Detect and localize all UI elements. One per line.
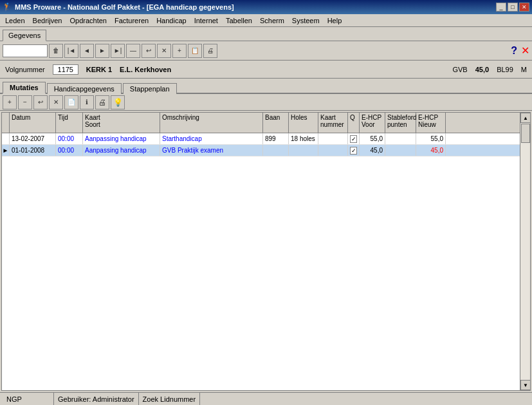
cell-kaartsoort: Aanpassing handicap xyxy=(83,133,160,144)
col-header-q: Q xyxy=(348,113,360,133)
q-checkbox[interactable]: ✓ xyxy=(350,135,357,143)
col-header-baan: Baan xyxy=(263,113,289,133)
inner-copy-button[interactable]: 📄 xyxy=(64,95,78,109)
cell-ehcp-nieuw: 45,0 xyxy=(416,145,446,156)
gegevens-tab-bar: Gegevens xyxy=(0,27,532,41)
close-x-button[interactable]: ✕ xyxy=(521,44,529,57)
cell-baan xyxy=(263,145,289,156)
table-row[interactable]: 13-02-2007 00:00 Aanpassing handicap Sta… xyxy=(2,133,520,145)
clear-button[interactable]: 🗑 xyxy=(49,44,63,58)
col-header-tijd: Tijd xyxy=(56,113,83,133)
menu-leden[interactable]: Leden xyxy=(1,16,29,25)
cell-ehcp-voor: 45,0 xyxy=(360,145,385,156)
title-bar-text: MMS Proware - Nationaal Golf Pakket - [E… xyxy=(15,3,234,11)
last-record-button[interactable]: ►| xyxy=(111,44,125,58)
volgnummer-label: Volgnummer xyxy=(5,66,45,73)
menu-bedrijven[interactable]: Bedrijven xyxy=(29,16,66,25)
cell-ehcp-voor: 55,0 xyxy=(360,133,385,144)
minimize-button[interactable]: _ xyxy=(496,3,506,12)
inner-info-button[interactable]: ℹ xyxy=(80,95,94,109)
cell-stableford xyxy=(385,133,416,144)
undo-button[interactable]: ↩ xyxy=(142,44,156,58)
cell-q: ✓ xyxy=(348,145,360,156)
tab-stappenplan[interactable]: Stappenplan xyxy=(123,83,177,94)
col-header-datum: Datum xyxy=(10,113,56,133)
main-toolbar: 🗑 |◄ ◄ ► ►| — ↩ ✕ + 📋 🖨 ? ✕ xyxy=(0,41,532,61)
col-header-omschrijving: Omschrijving xyxy=(160,113,263,133)
table-row[interactable]: ► 01-01-2008 00:00 Aanpassing handicap G… xyxy=(2,145,520,156)
gvb-label: GVB xyxy=(452,66,467,73)
q-checkbox[interactable]: ✓ xyxy=(350,147,357,155)
table-body: 13-02-2007 00:00 Aanpassing handicap Sta… xyxy=(2,133,520,390)
cell-holes xyxy=(289,145,318,156)
close-button[interactable]: ✕ xyxy=(519,3,529,12)
naam1-text: KERK 1 xyxy=(86,66,112,73)
menu-opdrachten[interactable]: Opdrachten xyxy=(66,16,110,25)
naam2-text: E.L. Kerkhoven xyxy=(120,66,171,73)
scroll-track[interactable] xyxy=(520,123,530,380)
first-record-button[interactable]: |◄ xyxy=(64,44,78,58)
inner-toolbar: + − ↩ ✕ 📄 ℹ 🖨 💡 xyxy=(0,94,532,111)
tab-mutaties[interactable]: Mutaties xyxy=(3,82,46,94)
status-user: Gebruiker: Administrator xyxy=(54,393,139,405)
col-header-kaartsoort: Kaart Soort xyxy=(83,113,160,133)
print-button[interactable]: 🖨 xyxy=(203,44,217,58)
data-table: Datum Tijd Kaart Soort Omschrijving Baan xyxy=(1,112,531,391)
menu-help[interactable]: Help xyxy=(324,16,346,25)
status-ngp: NGP xyxy=(3,393,54,405)
add-row-button[interactable]: + xyxy=(3,95,17,109)
tab-handicapgegevens[interactable]: Handicapgegevens xyxy=(47,83,122,94)
row-indicator: ► xyxy=(2,145,10,156)
app-logo-icon: 🏌 xyxy=(3,3,12,12)
gegevens-tab[interactable]: Gegevens xyxy=(3,30,46,41)
menu-scherm[interactable]: Scherm xyxy=(256,16,288,25)
volgnummer-value: 1175 xyxy=(53,64,78,75)
col-header-stableford: Stableford punten xyxy=(385,113,416,133)
status-bar: NGP Gebruiker: Administrator Zoek Lidnum… xyxy=(0,392,532,405)
menu-internet[interactable]: Internet xyxy=(190,16,222,25)
scroll-thumb[interactable] xyxy=(521,124,530,143)
cell-holes: 18 holes xyxy=(289,133,318,144)
menu-handicap[interactable]: Handicap xyxy=(152,16,190,25)
cell-ehcp-nieuw: 55,0 xyxy=(416,133,446,144)
inner-undo-button[interactable]: ↩ xyxy=(33,95,48,109)
copy-button[interactable]: 📋 xyxy=(188,44,202,58)
cell-kaartnummer xyxy=(318,145,348,156)
search-input[interactable] xyxy=(3,44,48,57)
cell-tijd: 00:00 xyxy=(56,145,83,156)
content-area: + − ↩ ✕ 📄 ℹ 🖨 💡 Datum Tijd xyxy=(0,94,532,392)
cell-omschrijving: GVB Praktijk examen xyxy=(160,145,263,156)
inner-print-button[interactable]: 🖨 xyxy=(95,95,109,109)
main-tab-bar: Mutaties Handicapgegevens Stappenplan xyxy=(0,79,532,94)
scroll-up-button[interactable]: ▲ xyxy=(520,113,530,123)
inner-cancel-button[interactable]: ✕ xyxy=(49,95,63,109)
new-button[interactable]: + xyxy=(172,44,187,58)
menu-factureren[interactable]: Factureren xyxy=(111,16,152,25)
delete-button[interactable]: — xyxy=(126,44,140,58)
scroll-down-button[interactable]: ▼ xyxy=(520,380,530,390)
info-row: Volgnummer 1175 KERK 1 E.L. Kerkhoven GV… xyxy=(0,61,532,79)
remove-row-button[interactable]: − xyxy=(18,95,32,109)
cancel-button[interactable]: ✕ xyxy=(157,44,171,58)
cell-kaartsoort: Aanpassing handicap xyxy=(83,145,160,156)
col-header-ehcp-nieuw: E-HCP Nieuw xyxy=(416,113,446,133)
cell-omschrijving: Starthandicap xyxy=(160,133,263,144)
cell-q: ✓ xyxy=(348,133,360,144)
cell-kaartnummer xyxy=(318,133,348,144)
col-header-kaartnummer: Kaart nummer xyxy=(318,113,348,133)
restore-button[interactable]: □ xyxy=(508,3,518,12)
help-button[interactable]: ? xyxy=(511,45,517,57)
col-header-holes: Holes xyxy=(289,113,318,133)
cell-datum: 13-02-2007 xyxy=(10,133,56,144)
vertical-scrollbar[interactable]: ▲ ▼ xyxy=(520,113,530,390)
row-indicator xyxy=(2,133,10,144)
menu-tabellen[interactable]: Tabellen xyxy=(222,16,256,25)
next-record-button[interactable]: ► xyxy=(95,44,109,58)
prev-record-button[interactable]: ◄ xyxy=(80,44,94,58)
table-header: Datum Tijd Kaart Soort Omschrijving Baan xyxy=(2,113,520,133)
inner-bulb-button[interactable]: 💡 xyxy=(111,95,125,109)
cell-datum: 01-01-2008 xyxy=(10,145,56,156)
cell-baan: 899 xyxy=(263,133,289,144)
cell-stableford xyxy=(385,145,416,156)
menu-systeem[interactable]: Systeem xyxy=(288,16,324,25)
